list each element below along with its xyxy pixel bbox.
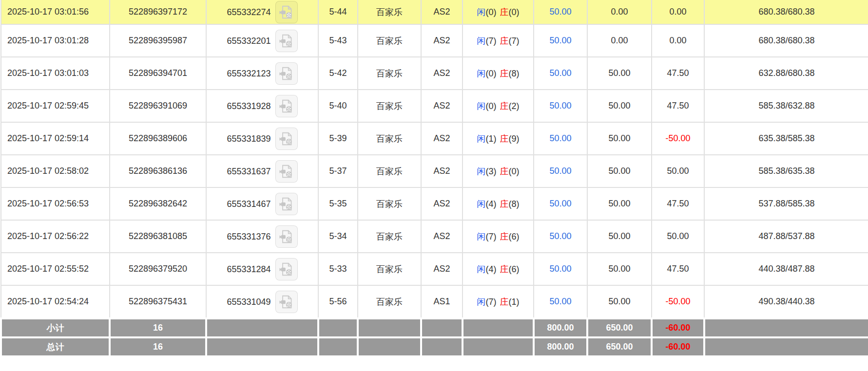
banker-points: (6) [509,232,520,241]
cell-game-result: 闲(0)庄(8) [463,57,534,90]
banker-label: 庄 [500,167,509,176]
bet-amount-link[interactable]: 50.00 [549,199,571,208]
video-replay-button[interactable] [275,128,298,150]
bet-amount-link[interactable]: 50.00 [549,7,571,17]
cell-summary-bet: 800.00 [534,337,587,356]
cell-order-number: 522896379520 [110,253,206,285]
cell-balance: 490.38/440.38 [704,285,868,318]
cell-win-loss: 50.00 [652,220,704,253]
video-replay-button[interactable] [275,1,298,23]
cell-bet-amount: 50.00 [534,24,587,57]
player-label: 闲 [477,69,486,78]
banker-label: 庄 [500,264,509,274]
bet-amount-link[interactable]: 50.00 [549,68,571,78]
cell-summary-valid: 650.00 [587,337,652,356]
cell-balance: 585.38/632.88 [704,90,868,122]
cell-valid-amount: 50.00 [587,285,652,318]
cell-bet-time: 2025-10-17 03:01:56 [1,0,110,24]
banker-points: (7) [509,36,520,46]
video-camera-icon [279,66,294,81]
bet-amount-link[interactable]: 50.00 [549,166,571,176]
cell-valid-amount: 50.00 [587,122,652,155]
cell-bet-amount: 50.00 [534,187,587,220]
cell-order-number: 522896386136 [110,155,206,187]
cell-table-round: 5-37 [318,155,358,187]
bet-amount-link[interactable]: 50.00 [549,36,571,45]
video-replay-button[interactable] [275,95,298,117]
cell-summary-bet: 800.00 [534,318,587,337]
cell-table-code: AS2 [421,24,463,57]
bet-amount-link[interactable]: 50.00 [549,264,571,274]
video-camera-icon [279,229,294,244]
cell-balance: 585.38/635.38 [704,155,868,187]
video-replay-button[interactable] [275,160,298,183]
bet-amount-link[interactable]: 50.00 [549,231,571,241]
cell-bet-time: 2025-10-17 02:59:14 [1,122,110,155]
player-points: (4) [486,264,497,274]
cell-bet-time: 2025-10-17 02:58:02 [1,155,110,187]
cell-win-loss: 50.00 [652,155,704,187]
round-number: 655331284 [227,264,270,274]
banker-points: (6) [509,264,520,274]
player-points: (0) [486,69,497,78]
bet-rows-body: 2025-10-17 03:01:56 522896397172 6553322… [1,0,868,318]
cell-table-round: 5-39 [318,122,358,155]
cell-summary-empty [463,337,534,356]
summary-row: 总计 16 800.00 650.00 -60.00 [1,337,868,356]
video-camera-icon [279,261,294,277]
cell-table-code: AS2 [421,253,463,285]
round-number: 655331928 [227,101,270,111]
summary-row: 小计 16 800.00 650.00 -60.00 [1,318,868,337]
cell-balance: 537.88/585.38 [704,187,868,220]
bet-record-row: 2025-10-17 03:01:28 522896395987 6553322… [1,24,868,57]
video-replay-button[interactable] [275,258,298,280]
video-camera-icon [279,131,294,147]
cell-bet-amount: 50.00 [534,57,587,90]
cell-win-loss: 47.50 [652,90,704,122]
cell-balance: 680.38/680.38 [704,0,868,24]
player-points: (7) [486,232,497,241]
cell-summary-empty [704,318,868,337]
cell-summary-win-loss: -60.00 [652,318,704,337]
bet-amount-link[interactable]: 50.00 [549,297,571,306]
cell-table-round: 5-43 [318,24,358,57]
video-replay-button[interactable] [275,62,298,85]
cell-table-code: AS2 [421,57,463,90]
cell-summary-empty [358,337,421,356]
cell-valid-amount: 0.00 [587,0,652,24]
cell-summary-empty [206,318,318,337]
cell-game-result: 闲(3)庄(0) [463,155,534,187]
video-replay-button[interactable] [275,225,298,248]
player-label: 闲 [477,7,486,17]
video-camera-icon [279,4,294,20]
cell-valid-amount: 50.00 [587,253,652,285]
bet-amount-link[interactable]: 50.00 [549,101,571,111]
cell-summary-empty [704,337,868,356]
video-replay-button[interactable] [275,30,298,52]
bet-record-row: 2025-10-17 03:01:03 522896394701 6553321… [1,57,868,90]
cell-order-number: 522896397172 [110,0,206,24]
player-label: 闲 [477,264,486,274]
cell-round-number: 655331376 [206,220,318,253]
cell-order-number: 522896381085 [110,220,206,253]
cell-summary-empty [318,318,358,337]
video-camera-icon [279,33,294,49]
bet-record-row: 2025-10-17 02:59:45 522896391069 6553319… [1,90,868,122]
bet-amount-link[interactable]: 50.00 [549,133,571,143]
cell-round-number: 655331928 [206,90,318,122]
player-points: (3) [486,167,497,176]
cell-game-result: 闲(7)庄(7) [463,24,534,57]
cell-summary-empty [358,318,421,337]
player-label: 闲 [477,167,486,176]
cell-table-round: 5-34 [318,220,358,253]
cell-game-type: 百家乐 [358,253,421,285]
cell-bet-amount: 50.00 [534,220,587,253]
banker-label: 庄 [500,36,509,46]
video-replay-button[interactable] [275,291,298,313]
video-replay-button[interactable] [275,193,298,215]
cell-game-result: 闲(7)庄(6) [463,220,534,253]
banker-label: 庄 [500,199,509,209]
banker-label: 庄 [500,7,509,17]
bet-record-row: 2025-10-17 03:01:56 522896397172 6553322… [1,0,868,24]
cell-game-type: 百家乐 [358,220,421,253]
